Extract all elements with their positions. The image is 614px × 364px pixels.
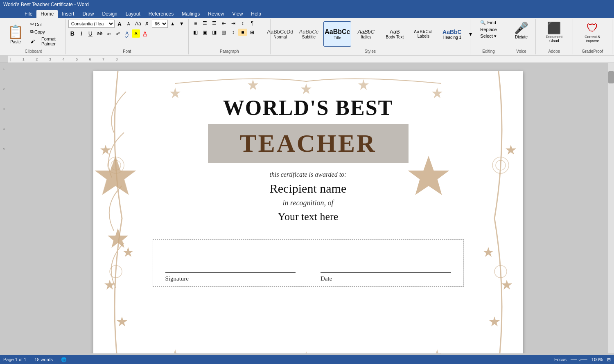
certificate-recipient: Recipient name (270, 182, 346, 195)
paste-button[interactable]: 📋 Paste (4, 22, 27, 46)
svg-marker-5 (117, 317, 127, 326)
highlight-button[interactable]: A (132, 29, 140, 38)
shading-button[interactable]: ■ (238, 29, 247, 36)
grow-font-button[interactable]: A (115, 20, 124, 28)
align-left-button[interactable]: ◧ (191, 29, 200, 36)
clipboard-group-label: Clipboard (25, 48, 43, 54)
change-case-button[interactable]: Aa (133, 20, 142, 28)
correct-improve-button[interactable]: 🛡 Correct & Improve (576, 20, 609, 45)
font-size-increase[interactable]: ▲ (169, 20, 177, 28)
adobe-group: ⬛ Document Cloud Adobe (536, 19, 573, 54)
editing-group: 🔍 Find Replace Select ▾ Editing (470, 19, 507, 54)
text-effects-button[interactable]: A (123, 29, 131, 38)
style-heading1[interactable]: AaBbC Heading 1 (438, 21, 466, 47)
zoom-percent: 100% (591, 357, 603, 362)
para-row-1: ≡ ☰ ☰ ⇤ ⇥ ↕ ¶ (191, 20, 268, 27)
tab-home[interactable]: Home (36, 10, 58, 18)
subscript-button[interactable]: x₂ (105, 29, 113, 38)
sort-button[interactable]: ↕ (238, 20, 247, 27)
bold-button[interactable]: B (68, 29, 77, 38)
gradeproof-icon: 🛡 (587, 21, 598, 35)
certificate-recognition: in recognition, of (283, 199, 334, 207)
signature-label: Signature (165, 275, 296, 282)
svg-marker-19 (301, 351, 312, 353)
svg-marker-21 (432, 349, 442, 353)
font-family-select[interactable]: Constantia (Hea (68, 20, 115, 28)
ruler: | 1 2 3 4 5 6 7 8 (0, 56, 614, 63)
layout-icon[interactable]: ⊞ (607, 357, 611, 362)
svg-marker-11 (489, 317, 500, 326)
clear-format-button[interactable]: ✗ (143, 20, 151, 28)
tab-layout[interactable]: Layout (122, 10, 144, 18)
focus-label[interactable]: Focus (554, 357, 567, 362)
find-button[interactable]: 🔍 Find (479, 20, 498, 26)
styles-list: AaBbCcDd Normal AaBbCc Subtitle AaBbCc T… (266, 20, 474, 48)
document-area[interactable]: WORLD'S BEST TEACHER this certificate is… (8, 63, 608, 353)
document-page[interactable]: WORLD'S BEST TEACHER this certificate is… (93, 71, 523, 353)
show-hide-button[interactable]: ¶ (248, 20, 257, 27)
justify-button[interactable]: ▤ (219, 29, 228, 36)
title-bar: World's Best Teacher Certificate - Word (0, 0, 614, 9)
doc-cloud-label: Document Cloud (542, 35, 567, 43)
font-size-select[interactable]: 66 (152, 20, 168, 28)
borders-button[interactable]: ⊞ (248, 29, 257, 36)
tab-view[interactable]: View (228, 10, 247, 18)
tab-review[interactable]: Review (204, 10, 228, 18)
date-label: Date (321, 275, 451, 282)
style-italics[interactable]: AaBbC Italics (352, 21, 380, 47)
dictate-label: Dictate (515, 35, 528, 39)
style-labels[interactable]: AaBbCcI Labels (409, 21, 437, 47)
select-label: Select (480, 34, 493, 38)
numbering-button[interactable]: ☰ (201, 20, 210, 27)
clipboard-small-buttons: ✂ Cut ⧉ Copy 🖌 Format Painter (29, 21, 63, 47)
select-button[interactable]: Select ▾ (479, 33, 498, 39)
tab-references[interactable]: References (144, 10, 178, 18)
scrollbar-right[interactable] (608, 63, 614, 353)
status-right: Focus ── ○── 100% ⊞ (554, 357, 611, 362)
superscript-button[interactable]: x² (114, 29, 122, 38)
increase-indent-button[interactable]: ⇥ (229, 20, 238, 27)
underline-button[interactable]: U (86, 29, 95, 38)
shrink-font-button[interactable]: A (124, 20, 133, 28)
svg-marker-17 (170, 349, 181, 353)
font-color-button[interactable]: A (141, 29, 149, 38)
tab-draw[interactable]: Draw (78, 10, 98, 18)
cut-icon: ✂ (30, 22, 34, 27)
tab-help[interactable]: Help (247, 10, 265, 18)
document-cloud-button[interactable]: ⬛ Document Cloud (538, 20, 570, 45)
font-size-decrease[interactable]: ▼ (178, 20, 186, 28)
copy-button[interactable]: ⧉ Copy (29, 28, 63, 35)
tab-insert[interactable]: Insert (58, 10, 78, 18)
adobe-group-label: Adobe (548, 48, 560, 54)
line-spacing-button[interactable]: ↕ (229, 29, 238, 36)
multilevel-button[interactable]: ☰ (210, 20, 219, 27)
tab-design[interactable]: Design (98, 10, 121, 18)
strikethrough-button[interactable]: ab (95, 29, 104, 38)
paragraph-group: ≡ ☰ ☰ ⇤ ⇥ ↕ ¶ ◧ ▣ ◨ ▤ ↕ ■ ⊞ Paragraph (189, 19, 271, 54)
cut-button[interactable]: ✂ Cut (29, 21, 63, 28)
style-normal[interactable]: AaBbCcDd Normal (266, 21, 294, 47)
decrease-indent-button[interactable]: ⇤ (219, 20, 228, 27)
copy-icon: ⧉ (30, 29, 34, 34)
format-painter-button[interactable]: 🖌 Format Painter (29, 36, 63, 47)
tab-file[interactable]: File (20, 10, 36, 18)
style-body-text[interactable]: AaB Body Text (381, 21, 409, 47)
gradeproof-group-label: GradeProof (582, 48, 603, 54)
find-icon: 🔍 (480, 20, 486, 25)
para-row-2: ◧ ▣ ◨ ▤ ↕ ■ ⊞ (191, 29, 268, 36)
clipboard-group: 📋 Paste ✂ Cut ⧉ Copy 🖌 Format Painter (2, 19, 66, 54)
align-right-button[interactable]: ◨ (210, 29, 219, 36)
gradeproof-group: 🛡 Correct & Improve GradeProof (573, 19, 612, 54)
adobe-icon: ⬛ (547, 21, 561, 35)
italic-button[interactable]: I (77, 29, 86, 38)
bullets-button[interactable]: ≡ (191, 20, 200, 27)
microphone-icon: 🎤 (514, 21, 528, 35)
style-title[interactable]: AaBbCc Title (323, 21, 351, 47)
dictate-button[interactable]: 🎤 Dictate (511, 20, 532, 41)
style-subtitle[interactable]: AaBbCc Subtitle (295, 21, 323, 47)
align-center-button[interactable]: ▣ (201, 29, 210, 36)
replace-button[interactable]: Replace (479, 27, 498, 32)
paragraph-group-label: Paragraph (220, 48, 239, 54)
tab-mailings[interactable]: Mailings (178, 10, 204, 18)
scrollbar-thumb[interactable] (608, 71, 614, 83)
